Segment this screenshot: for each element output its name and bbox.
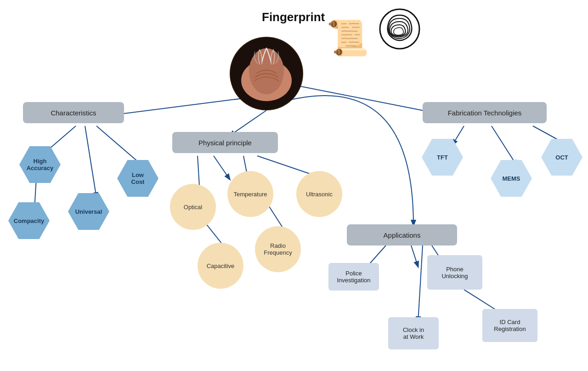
id-card-node: ID CardRegistration <box>482 309 537 342</box>
compacity-node: Compacity <box>8 202 50 239</box>
page-title: Fingerprint <box>262 10 325 24</box>
police-investigation-node: PoliceInvestigation <box>328 263 379 291</box>
svg-line-14 <box>492 126 517 166</box>
radio-frequency-node: RadioFrequency <box>255 226 301 272</box>
characteristics-node: Characteristics <box>23 102 124 123</box>
ultrasonic-node: Ultrasonic <box>296 171 342 217</box>
mems-node: MEMS <box>491 160 532 197</box>
low-cost-node: LowCost <box>117 160 158 197</box>
diagram: Fingerprint 📜 <box>0 0 588 371</box>
clock-in-node: Clock inat Work <box>388 317 439 349</box>
svg-line-17 <box>411 245 418 267</box>
applications-node: Applications <box>347 224 457 245</box>
tft-node: TFT <box>422 139 463 176</box>
physical-principle-node: Physical principle <box>172 132 278 153</box>
phone-unlocking-node: PhoneUnlocking <box>427 255 482 290</box>
fingerprint-icon: 📜 <box>326 8 420 55</box>
svg-line-5 <box>96 126 142 166</box>
oct-node: OCT <box>541 139 582 176</box>
high-accuracy-node: HighAccuracy <box>19 146 61 183</box>
optical-node: Optical <box>170 184 216 230</box>
svg-line-4 <box>85 126 96 198</box>
temperature-node: Temperature <box>227 171 273 217</box>
fabrication-node: Fabrication Technoligies <box>423 102 547 123</box>
universal-node: Universal <box>68 193 109 230</box>
svg-line-0 <box>106 97 257 116</box>
svg-line-20 <box>418 245 423 322</box>
center-image <box>230 37 303 110</box>
capacitive-node: Capacitive <box>198 243 243 289</box>
svg-line-8 <box>214 156 230 179</box>
